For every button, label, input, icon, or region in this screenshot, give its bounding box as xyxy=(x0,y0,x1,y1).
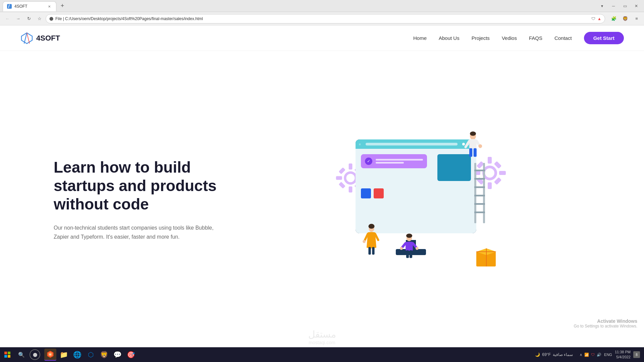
cortana-button[interactable]: ⬤ xyxy=(30,349,40,360)
address-bar-row: ← → ↻ ☆ ⬤ File | C:/Users/oem/Desktop/pr… xyxy=(0,12,644,25)
svg-rect-10 xyxy=(339,167,345,174)
svg-rect-18 xyxy=(499,171,506,175)
maximize-button[interactable]: ▭ xyxy=(620,1,630,11)
back-button[interactable]: ← xyxy=(3,14,12,23)
browser-chrome: 4SOFT ✕ + ▾ ─ ▭ ✕ ← → ↻ ☆ ⬤ File | C:/Us… xyxy=(0,0,644,25)
bookmark-button[interactable]: ☆ xyxy=(35,14,44,23)
monitor-illustration: ≡ ✓ xyxy=(356,139,476,233)
windows-logo-icon xyxy=(4,352,10,358)
svg-point-52 xyxy=(400,247,403,250)
ladder-illustration xyxy=(473,163,486,223)
svg-point-42 xyxy=(363,240,366,243)
taskbar-vscode[interactable]: ⬡ xyxy=(85,349,97,361)
reload-button[interactable]: ↻ xyxy=(24,14,34,23)
forward-button[interactable]: → xyxy=(13,14,23,23)
weather-widget[interactable]: 🌙 69°F سماء صافية xyxy=(535,352,573,357)
active-tab[interactable]: 4SOFT ✕ xyxy=(3,1,56,11)
monitor-titlebar: ≡ xyxy=(356,139,476,149)
taskbar-brave-browser[interactable]: B xyxy=(44,349,56,361)
nav-contact[interactable]: Contact xyxy=(554,35,572,41)
tray-clock[interactable]: 11:38 PM 5/4/2022 xyxy=(615,350,631,360)
svg-rect-30 xyxy=(474,212,485,213)
nav-about[interactable]: About Us xyxy=(439,35,460,41)
hero-text: Learn how to build startups and products… xyxy=(54,158,255,241)
nav-projects[interactable]: Projects xyxy=(472,35,490,41)
tab-list-button[interactable]: ▾ xyxy=(597,1,607,11)
nav-home[interactable]: Home xyxy=(413,35,427,41)
svg-rect-45 xyxy=(372,247,374,255)
address-text: File | C:/Users/oem/Desktop/projects/4So… xyxy=(55,16,589,21)
nav-vedios[interactable]: Vedios xyxy=(502,35,517,41)
monitor-body: ✓ xyxy=(356,149,476,233)
taskbar-other-app[interactable]: 🎯 xyxy=(125,349,137,361)
nav-faqs[interactable]: FAQS xyxy=(529,35,542,41)
get-start-button[interactable]: Get Start xyxy=(584,32,624,44)
svg-rect-33 xyxy=(469,148,472,157)
monitor-line-1 xyxy=(376,159,423,161)
person2-illustration xyxy=(362,223,381,257)
tray-language[interactable]: ENG xyxy=(604,353,612,357)
svg-point-37 xyxy=(478,144,482,148)
brave-wallet-button[interactable]: 🦁 xyxy=(621,14,630,23)
svg-rect-49 xyxy=(406,250,409,258)
warning-icon[interactable]: ▲ xyxy=(597,16,601,21)
svg-point-40 xyxy=(368,224,374,229)
monitor-bar-line xyxy=(366,143,458,145)
address-bar[interactable]: ⬤ File | C:/Users/oem/Desktop/projects/4… xyxy=(46,14,605,23)
taskbar-apps: B 📁 🌐 ⬡ 🦁 💬 🎯 xyxy=(44,349,137,361)
tab-bar: 4SOFT ✕ + ▾ ─ ▭ ✕ xyxy=(0,0,644,12)
brave-icon: B xyxy=(47,351,54,358)
taskbar-chrome[interactable]: 🌐 xyxy=(71,349,83,361)
close-button[interactable]: ✕ xyxy=(631,1,641,11)
svg-rect-7 xyxy=(349,186,353,192)
activate-subtitle: Go to Settings to activate Windows. xyxy=(574,324,637,328)
monitor-card: ✓ xyxy=(361,154,427,168)
svg-rect-12 xyxy=(339,182,345,188)
tray-shield-icon[interactable]: 🛡 xyxy=(591,353,595,357)
taskbar-brave2[interactable]: 🦁 xyxy=(98,349,110,361)
svg-rect-27 xyxy=(474,186,485,188)
hero-title: Learn how to build startups and products… xyxy=(54,158,255,214)
tab-close-button[interactable]: ✕ xyxy=(47,4,52,9)
brave-shield-icon[interactable]: 🛡 xyxy=(591,16,595,21)
monitor-card-lines xyxy=(376,159,423,164)
svg-rect-59 xyxy=(4,352,7,354)
start-button[interactable] xyxy=(0,347,15,362)
svg-point-38 xyxy=(470,131,476,136)
notification-badge[interactable]: 8 xyxy=(633,351,640,358)
weather-icon: 🌙 xyxy=(535,352,540,357)
svg-rect-15 xyxy=(488,157,492,164)
extensions-button[interactable]: 🧩 xyxy=(609,14,619,23)
person1-illustration xyxy=(463,129,483,163)
weather-temp: 69°F xyxy=(542,352,550,357)
svg-point-47 xyxy=(406,234,412,238)
tab-title-text: 4SOFT xyxy=(14,4,28,9)
logo-text: 4SOFT xyxy=(36,34,60,43)
svg-rect-44 xyxy=(368,247,371,255)
svg-rect-28 xyxy=(474,195,485,196)
new-tab-button[interactable]: + xyxy=(58,1,67,11)
svg-rect-62 xyxy=(8,355,10,358)
tray-speaker-icon[interactable]: 🔊 xyxy=(597,353,601,357)
taskbar-search-button[interactable]: 🔍 xyxy=(16,349,27,360)
svg-rect-34 xyxy=(474,148,477,157)
taskbar-file-manager[interactable]: 📁 xyxy=(58,349,70,361)
tray-icons: ∧ 📶 🛡 🔊 xyxy=(580,353,601,357)
svg-rect-8 xyxy=(336,176,342,180)
site-logo[interactable]: 4SOFT xyxy=(20,32,60,45)
minimize-button[interactable]: ─ xyxy=(608,1,619,11)
hero-image: ≡ ✓ xyxy=(255,129,590,270)
monitor-line-2 xyxy=(376,162,404,164)
activate-title: Activate Windows xyxy=(574,318,637,324)
windows-taskbar: 🔍 ⬤ B 📁 🌐 ⬡ 🦁 💬 🎯 🌙 xyxy=(0,347,644,362)
nav-links: Home About Us Projects Vedios FAQS Conta… xyxy=(413,35,572,41)
watermark-latin: mostaqi.com xyxy=(308,340,336,345)
menu-button[interactable]: ≡ xyxy=(632,14,641,23)
monitor-square-blue xyxy=(361,188,371,198)
svg-rect-50 xyxy=(410,250,412,258)
box-illustration xyxy=(476,248,496,267)
tray-network-icon[interactable]: 📶 xyxy=(584,353,589,357)
taskbar-tray: 🌙 69°F سماء صافية ∧ 📶 🛡 🔊 ENG 11:38 PM 5… xyxy=(535,350,644,360)
tray-chevron-icon[interactable]: ∧ xyxy=(580,353,582,357)
taskbar-whatsapp[interactable]: 💬 xyxy=(111,349,123,361)
